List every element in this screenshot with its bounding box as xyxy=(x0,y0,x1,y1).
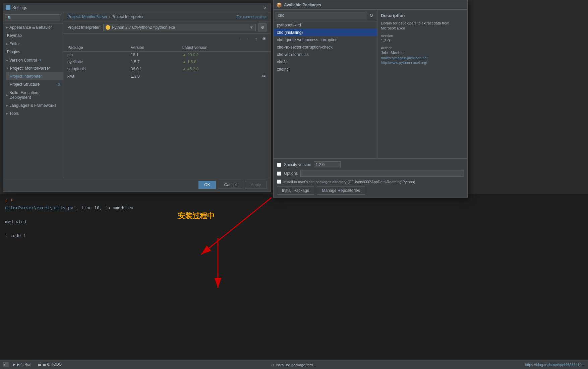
col-latest[interactable]: Latest version xyxy=(178,44,258,52)
sidebar-label-tools: Tools xyxy=(9,111,19,116)
annotation-arrow-down xyxy=(201,234,235,295)
dialog-title: Settings xyxy=(6,5,27,10)
sidebar-item-project[interactable]: ▼ Project: MonitorParser xyxy=(3,64,63,72)
sidebar-item-editor[interactable]: ▶ Editor xyxy=(3,40,63,48)
install-to-user-checkbox[interactable] xyxy=(277,179,281,184)
sidebar: ▶ Appearance & Behavior Keymap ▶ Editor … xyxy=(3,12,63,178)
pkg-item-xlrd[interactable]: xlrd (installing) xyxy=(274,29,377,36)
sidebar-item-tools[interactable]: ▶ Tools xyxy=(3,109,63,118)
vcs-settings-icon: ⚙ xyxy=(38,58,41,62)
specify-version-row: Specify version xyxy=(277,161,464,168)
link1[interactable]: mailto:sjmachin@lexicon.net xyxy=(381,56,464,60)
link2[interactable]: http://www.python-excel.org/ xyxy=(381,61,464,65)
sidebar-label-project: Project: MonitorParser xyxy=(10,66,50,71)
python-icon xyxy=(106,25,110,30)
pkg-item-xlrdinc[interactable]: xlrdinc xyxy=(274,66,377,73)
panel-title: Available Packages xyxy=(284,3,321,7)
run-tab[interactable]: ▶ ▶ 4: Run xyxy=(10,362,34,367)
interpreter-gear-button[interactable]: ⚙ xyxy=(258,23,267,31)
dialog-title-text: Settings xyxy=(12,5,27,10)
sidebar-label-plugins: Plugins xyxy=(7,49,20,55)
author-value: John Machin xyxy=(381,51,464,55)
pkg-item-xlrd-writeaccess[interactable]: xlrd-ignore-writeaccess-corruption xyxy=(274,36,377,44)
panel-titlebar: 📦 Available Packages xyxy=(274,0,467,10)
sidebar-item-vcs[interactable]: ▶ Version Control ⚙ xyxy=(3,56,63,64)
arrow-icon-languages: ▶ xyxy=(6,104,8,107)
pkg-item-pythonetl[interactable]: pythonetl-xlrd xyxy=(274,21,377,29)
run-label: ▶ 4: Run xyxy=(17,362,31,367)
breadcrumb-bar: Project: MonitorParser › Project Interpr… xyxy=(63,12,271,21)
specify-version-input[interactable] xyxy=(314,161,341,168)
installing-status-text: ⚙ Installing package 'xlrd'... xyxy=(271,363,316,367)
options-input[interactable] xyxy=(300,170,464,177)
install-location-label: Install to user's site packages director… xyxy=(283,180,415,184)
table-row[interactable]: pip 18.1 ▲ 20.0.2 xyxy=(63,52,271,59)
package-list: pythonetl-xlrd xlrd (installing) xlrd-ig… xyxy=(274,21,377,158)
show-path-button[interactable]: 👁 xyxy=(260,35,268,43)
close-button[interactable]: × xyxy=(262,5,268,10)
sidebar-group-build: ▶ Build, Execution, Deployment xyxy=(3,89,63,101)
col-version[interactable]: Version xyxy=(127,44,178,52)
settings-dialog: Settings × ▶ Appearance & Behavior Keyma… xyxy=(3,3,271,192)
specify-version-checkbox[interactable] xyxy=(277,163,281,167)
upgrade-package-button[interactable]: ↑ xyxy=(252,35,260,43)
pkg-item-xlrd-formulas[interactable]: xlrd-with-formulas xyxy=(274,51,377,58)
arrow-icon-project: ▼ xyxy=(6,67,9,70)
run-icon: ▶ xyxy=(13,362,15,367)
panel-body: ↻ pythonetl-xlrd xlrd (installing) xlrd-… xyxy=(274,10,467,158)
sidebar-item-keymap[interactable]: Keymap xyxy=(3,31,63,40)
for-current-project[interactable]: For current project xyxy=(236,15,267,19)
pkg-item-xlrd-sector[interactable]: xlrd-no-sector-corruption-check xyxy=(274,44,377,51)
table-row[interactable]: xlwt 1.3.0 👁 xyxy=(63,73,271,80)
todo-tab[interactable]: ☰ ☰ 6: TODO xyxy=(35,362,64,367)
sidebar-label-keymap: Keymap xyxy=(7,33,22,39)
sidebar-item-languages[interactable]: ▶ Languages & Frameworks xyxy=(3,101,63,109)
sidebar-item-plugins[interactable]: Plugins xyxy=(3,48,63,56)
table-row[interactable]: pyelliptic 1.5.7 ▲ 1.5.8 xyxy=(63,59,271,66)
breadcrumb-parent[interactable]: Project: MonitorParser xyxy=(67,14,107,19)
col-action xyxy=(258,44,271,52)
add-package-button[interactable]: + xyxy=(236,35,244,43)
refresh-button[interactable]: ↻ xyxy=(368,12,375,19)
sidebar-label-project-structure: Project Structure xyxy=(10,82,40,87)
table-row[interactable]: setuptools 36.0.1 ▲ 45.2.0 xyxy=(63,66,271,73)
options-checkbox[interactable] xyxy=(277,171,281,176)
sidebar-item-project-interpreter[interactable]: Project Interpreter xyxy=(6,72,63,81)
sidebar-label-build: Build, Execution, Deployment xyxy=(9,90,60,100)
sidebar-group-tools: ▶ Tools xyxy=(3,109,63,118)
dialog-body: ▶ Appearance & Behavior Keymap ▶ Editor … xyxy=(3,12,271,178)
help-button[interactable]: ? xyxy=(3,362,9,367)
version-value: 1.2.0 xyxy=(381,39,464,43)
pkg-item-xlrd3k[interactable]: xlrd3k xyxy=(274,58,377,66)
structure-settings-icon: ⚙ xyxy=(57,82,60,87)
author-label: Author xyxy=(381,46,464,50)
interpreter-select[interactable]: Python 2.7 C:\Python27\python.exe ▼ xyxy=(103,24,256,31)
package-search-input[interactable] xyxy=(276,12,366,19)
pkg-latest-pyelliptic: ▲ 1.5.8 xyxy=(178,59,258,66)
sidebar-item-project-structure[interactable]: Project Structure ⚙ xyxy=(6,80,63,89)
pkg-action-pip xyxy=(258,52,271,59)
sidebar-item-build[interactable]: ▶ Build, Execution, Deployment xyxy=(3,89,63,101)
arrow-icon-vcs: ▶ xyxy=(6,59,8,62)
breadcrumb-separator: › xyxy=(109,14,110,19)
xlwt-eye-button[interactable]: 👁 xyxy=(262,74,267,79)
sidebar-search-box xyxy=(3,12,63,23)
sidebar-item-appearance[interactable]: ▶ Appearance & Behavior xyxy=(3,23,63,31)
version-label: Version xyxy=(381,34,464,38)
pkg-version-pip: 18.1 xyxy=(127,52,178,59)
sidebar-label-editor: Editor xyxy=(9,42,20,46)
status-bar-left: ? ▶ ▶ 4: Run ☰ ☰ 6: TODO xyxy=(3,362,64,367)
remove-package-button[interactable]: − xyxy=(244,35,252,43)
dialog-titlebar: Settings × xyxy=(3,3,271,12)
pkg-action-xlwt[interactable]: 👁 xyxy=(258,73,271,80)
arrow-icon-build: ▶ xyxy=(6,93,8,97)
col-package[interactable]: Package xyxy=(63,44,127,52)
sidebar-search-input[interactable] xyxy=(5,14,61,21)
interpreter-bar: Project Interpreter: Python 2.7 C:\Pytho… xyxy=(63,21,271,34)
manage-repositories-button[interactable]: Manage Repositories xyxy=(317,187,365,195)
package-search-bar: ↻ xyxy=(274,10,377,21)
dropdown-arrow-icon: ▼ xyxy=(249,25,253,30)
pkg-action-setuptools xyxy=(258,66,271,73)
package-list-section: ↻ pythonetl-xlrd xlrd (installing) xlrd-… xyxy=(274,10,377,158)
available-packages-panel: 📦 Available Packages ↻ pythonetl-xlrd xl… xyxy=(273,0,468,198)
